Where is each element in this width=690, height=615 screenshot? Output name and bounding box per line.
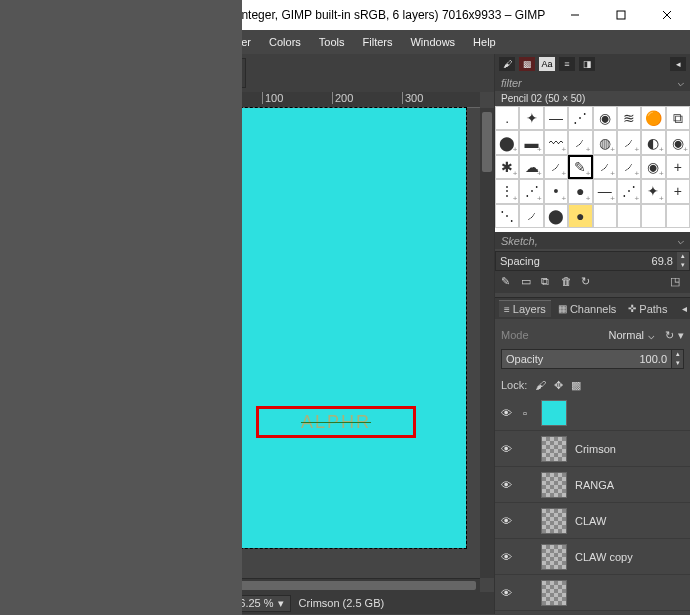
spacing-label: Spacing bbox=[496, 255, 652, 267]
menu-windows[interactable]: Windows bbox=[402, 33, 463, 51]
patterns-tab-icon[interactable]: ▩ bbox=[519, 57, 535, 71]
lock-alpha-icon[interactable]: ▩ bbox=[571, 379, 581, 392]
layer-name[interactable]: CLAW bbox=[575, 515, 684, 527]
visibility-toggle-icon[interactable]: 👁 bbox=[501, 443, 515, 455]
brushes-tabs: 🖌 ▩ Aa ≡ ◨ ◂ bbox=[495, 54, 690, 74]
history-tab-icon[interactable]: ≡ bbox=[559, 57, 575, 71]
tab-paths[interactable]: ✜Paths bbox=[623, 301, 672, 317]
delete-brush-icon[interactable]: 🗑 bbox=[561, 275, 575, 289]
layer-name[interactable]: RANGA bbox=[575, 479, 684, 491]
link-toggle-icon[interactable]: ▫ bbox=[523, 407, 533, 419]
svg-rect-5 bbox=[617, 11, 625, 19]
spin-down-icon[interactable]: ▾ bbox=[671, 359, 683, 368]
annotation-text: ALPHR bbox=[301, 412, 371, 433]
layer-thumbnail bbox=[541, 508, 567, 534]
status-info: Crimson (2.5 GB) bbox=[299, 597, 385, 609]
vertical-scrollbar[interactable] bbox=[480, 108, 494, 578]
fonts-tab-icon[interactable]: Aa bbox=[539, 57, 555, 71]
layer-mode-label: Mode bbox=[501, 329, 529, 341]
lock-pixels-icon[interactable]: 🖌 bbox=[535, 379, 546, 391]
layer-thumbnail bbox=[541, 436, 567, 462]
menu-filters[interactable]: Filters bbox=[355, 33, 401, 51]
mode-swap-icon[interactable]: ↻ bbox=[665, 329, 674, 342]
brushes-toolbar: ✎ ▭ ⧉ 🗑 ↻ ◳ bbox=[495, 271, 690, 293]
dock-menu-icon[interactable]: ◂ bbox=[677, 301, 691, 316]
dock-menu-icon[interactable]: ◂ bbox=[670, 57, 686, 71]
chevron-down-icon: ⌵ bbox=[677, 76, 684, 89]
brush-preset-select[interactable]: Sketch,⌵ bbox=[495, 232, 690, 249]
layer-name[interactable]: CLAW copy bbox=[575, 551, 684, 563]
open-as-image-icon[interactable]: ◳ bbox=[670, 275, 684, 289]
lock-row: Lock: 🖌 ✥ ▩ bbox=[495, 375, 690, 395]
layer-row[interactable]: 👁 CLAW bbox=[495, 503, 690, 539]
gradients-tab-icon[interactable]: ◨ bbox=[579, 57, 595, 71]
refresh-brush-icon[interactable]: ↻ bbox=[581, 275, 595, 289]
minimize-button[interactable] bbox=[552, 0, 598, 30]
menu-help[interactable]: Help bbox=[465, 33, 504, 51]
chevron-down-icon[interactable]: ⌵ bbox=[648, 329, 655, 342]
chevron-down-icon: ⌵ bbox=[677, 234, 684, 247]
layer-opacity-label: Opacity bbox=[502, 353, 639, 365]
annotation-box: ALPHR bbox=[256, 406, 416, 438]
layer-opacity-slider[interactable]: Opacity 100.0 ▴▾ bbox=[501, 349, 684, 369]
tab-channels[interactable]: ▦Channels bbox=[553, 301, 621, 317]
chevron-down-icon[interactable]: ▾ bbox=[678, 329, 684, 342]
layer-row[interactable]: 👁 bbox=[495, 575, 690, 611]
lock-position-icon[interactable]: ✥ bbox=[554, 379, 563, 392]
spin-up-icon[interactable]: ▴ bbox=[671, 350, 683, 359]
right-dock: 🖌 ▩ Aa ≡ ◨ ◂ filter⌵ Pencil 02 (50 × 50)… bbox=[494, 54, 690, 614]
visibility-toggle-icon[interactable]: 👁 bbox=[501, 407, 515, 419]
visibility-toggle-icon[interactable]: 👁 bbox=[501, 479, 515, 491]
layer-opacity-value: 100.0 bbox=[639, 353, 671, 365]
menu-tools[interactable]: Tools bbox=[311, 33, 353, 51]
menu-colors[interactable]: Colors bbox=[261, 33, 309, 51]
close-button[interactable] bbox=[644, 0, 690, 30]
brush-name-label: Pencil 02 (50 × 50) bbox=[495, 91, 690, 106]
brush-grid[interactable]: .✦—⋰◉≋🟠⧉ ⬤+▬+〰+⟋+◍+⟋+◐+◉+ ✱+☁+⟋+✎+⟋+⟋+◉+… bbox=[495, 106, 690, 232]
visibility-toggle-icon[interactable]: 👁 bbox=[501, 551, 515, 563]
spacing-slider[interactable]: Spacing 69.8 ▴▾ bbox=[495, 251, 690, 271]
layer-thumbnail bbox=[541, 580, 567, 606]
brush-filter-input[interactable]: filter⌵ bbox=[495, 74, 690, 91]
layer-thumbnail bbox=[541, 472, 567, 498]
duplicate-brush-icon[interactable]: ⧉ bbox=[541, 275, 555, 289]
layer-row[interactable]: 👁 CLAW copy bbox=[495, 539, 690, 575]
layer-row[interactable]: 👁 RANGA bbox=[495, 467, 690, 503]
layer-row[interactable]: 👁 ▫ bbox=[495, 395, 690, 431]
chevron-down-icon: ▾ bbox=[278, 597, 284, 610]
layer-thumbnail bbox=[541, 400, 567, 426]
layer-mode-select[interactable]: Normal bbox=[609, 329, 644, 341]
layer-row[interactable]: 👁 Crimson bbox=[495, 431, 690, 467]
layer-name[interactable]: Crimson bbox=[575, 443, 684, 455]
spin-up-icon[interactable]: ▴ bbox=[677, 252, 689, 261]
layer-thumbnail bbox=[541, 544, 567, 570]
visibility-toggle-icon[interactable]: 👁 bbox=[501, 587, 515, 599]
edit-brush-icon[interactable]: ✎ bbox=[501, 275, 515, 289]
spin-down-icon[interactable]: ▾ bbox=[677, 261, 689, 270]
spacing-value: 69.8 bbox=[652, 255, 677, 267]
visibility-toggle-icon[interactable]: 👁 bbox=[501, 515, 515, 527]
layers-tabs: ≡Layers ▦Channels ✜Paths ◂ bbox=[495, 297, 690, 319]
layers-list: 👁 ▫ 👁 Crimson 👁 RANGA 👁 CL bbox=[495, 395, 690, 614]
lock-label: Lock: bbox=[501, 379, 527, 391]
brushes-tab-icon[interactable]: 🖌 bbox=[499, 57, 515, 71]
maximize-button[interactable] bbox=[598, 0, 644, 30]
tab-layers[interactable]: ≡Layers bbox=[499, 300, 551, 317]
new-brush-icon[interactable]: ▭ bbox=[521, 275, 535, 289]
